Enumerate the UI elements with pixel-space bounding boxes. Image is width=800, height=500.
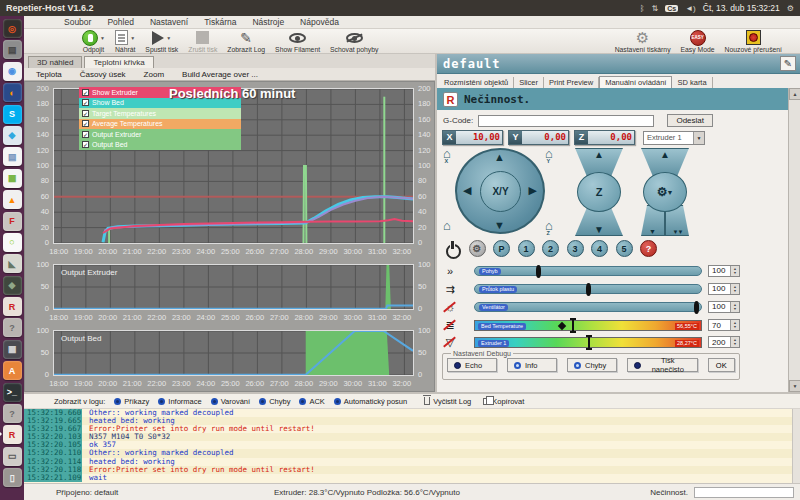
extruder-select[interactable]: Extruder 1▼ bbox=[643, 131, 705, 145]
panel-tab-print-preview[interactable]: Print Preview bbox=[544, 77, 599, 88]
checkbox-icon[interactable]: ✓ bbox=[82, 131, 89, 138]
legend-item[interactable]: ✓Target Temperatures bbox=[79, 108, 241, 119]
log-filter-chyby[interactable]: Chyby bbox=[259, 397, 290, 406]
launcher-chrome[interactable]: ◉ bbox=[3, 62, 22, 81]
bed-temp-slider[interactable]: Bed Temperature56,55°C bbox=[474, 320, 702, 331]
launcher-unknown-app-1[interactable]: ? bbox=[3, 318, 22, 337]
panel-scrollbar[interactable]: ▲ ▼ bbox=[788, 88, 800, 392]
flowrate-slider[interactable]: Průtok plastu bbox=[474, 284, 702, 294]
launcher-skype[interactable]: S bbox=[3, 105, 22, 124]
preset-1-button[interactable]: 1 bbox=[518, 240, 535, 257]
launcher-kodi[interactable]: ◆ bbox=[3, 126, 22, 145]
menu-nástroje[interactable]: Nástroje bbox=[252, 17, 284, 27]
debug-tisk-nane-isto[interactable]: Tisk nanečisto bbox=[627, 358, 698, 372]
spinner-icon[interactable]: ▲▼ bbox=[730, 337, 739, 347]
dropdown-arrow-icon[interactable]: ▼ bbox=[166, 35, 171, 41]
scroll-up-icon[interactable]: ▲ bbox=[789, 88, 800, 100]
log-action-vy-istit-log[interactable]: Vyčistit Log bbox=[424, 397, 471, 406]
motor-off-button[interactable]: ⚙ bbox=[469, 240, 486, 257]
launcher-freecad[interactable]: F bbox=[3, 212, 22, 231]
tab-teplotn-k-ivka[interactable]: Teplotní křivka bbox=[84, 56, 153, 68]
home-all-button[interactable]: ⌂ bbox=[439, 218, 455, 234]
launcher-trash[interactable]: ▯ bbox=[3, 468, 22, 487]
checkbox-icon[interactable]: ✓ bbox=[82, 89, 89, 96]
output-bed-plot[interactable] bbox=[53, 330, 414, 376]
panel-tab-slicer[interactable]: Slicer bbox=[514, 77, 544, 88]
edit-printer-button[interactable]: ✎ bbox=[780, 56, 796, 71]
chevron-down-icon[interactable]: ▼ bbox=[693, 132, 704, 144]
launcher-repetier-host[interactable]: R bbox=[3, 425, 22, 444]
chart-menu-teplota[interactable]: Teplota bbox=[36, 70, 62, 79]
fan-slider[interactable]: Ventilátor bbox=[474, 302, 702, 312]
toolbar-nouzov-p-eru-en-[interactable]: Nouzové přerušení bbox=[725, 30, 782, 53]
debug-info[interactable]: Info bbox=[507, 358, 557, 372]
toolbar-zobrazit-log[interactable]: ✎Zobrazit Log bbox=[227, 30, 265, 53]
park-button[interactable]: P bbox=[493, 240, 510, 257]
preset-5-button[interactable]: 5 bbox=[616, 240, 633, 257]
flowrate-value[interactable]: 100▲▼ bbox=[708, 283, 740, 295]
log-action-kop-rovat[interactable]: Kopírovat bbox=[483, 397, 524, 406]
checkbox-icon[interactable]: ✓ bbox=[82, 99, 89, 106]
log-filter-varov-n-[interactable]: Varování bbox=[211, 397, 250, 406]
launcher-libreoffice-writer[interactable]: ▤ bbox=[3, 147, 22, 166]
spinner-icon[interactable]: ▲▼ bbox=[730, 284, 739, 294]
launcher-vlc[interactable]: ▲ bbox=[3, 190, 22, 209]
launcher-slic3r[interactable]: ◣ bbox=[3, 254, 22, 273]
toolbar-odpojit[interactable]: ▼Odpojit bbox=[82, 30, 105, 53]
network-sync-icon[interactable]: ⇅ bbox=[652, 4, 659, 13]
keyboard-layout-indicator[interactable]: Cs bbox=[665, 5, 678, 12]
chart-menu-build-average-over-[interactable]: Build Average over ... bbox=[182, 70, 258, 79]
checkbox-icon[interactable]: ✓ bbox=[82, 141, 89, 148]
clock[interactable]: Čt, 13. dub 15:32:21 bbox=[703, 3, 780, 13]
move-x-minus-button[interactable]: ◀ bbox=[463, 184, 471, 197]
debug-ok-button[interactable]: OK bbox=[708, 358, 735, 372]
log-filter-informace[interactable]: Informace bbox=[158, 397, 201, 406]
home-y-button[interactable]: ⌂Y bbox=[541, 146, 557, 162]
legend-item[interactable]: ✓Output Bed bbox=[79, 140, 241, 151]
home-z-button[interactable]: ⌂Z bbox=[541, 218, 557, 234]
send-button[interactable]: Odeslat bbox=[667, 114, 713, 127]
feedrate-slider[interactable]: Pohyb bbox=[474, 266, 702, 276]
panel-tab-rozm-st-n-objekt-[interactable]: Rozmístění objektů bbox=[439, 77, 514, 88]
spinner-icon[interactable]: ▲▼ bbox=[730, 266, 739, 276]
menu-tiskárna[interactable]: Tiskárna bbox=[204, 17, 236, 27]
launcher-dash-home[interactable]: ◎ bbox=[3, 19, 22, 38]
dropdown-arrow-icon[interactable]: ▼ bbox=[130, 35, 135, 41]
launcher-unknown-app-2[interactable]: ? bbox=[3, 404, 22, 423]
panel-tab-sd-karta[interactable]: SD karta bbox=[672, 77, 712, 88]
checkbox-icon[interactable]: ✓ bbox=[82, 110, 89, 117]
session-gear-icon[interactable]: ⚙ bbox=[787, 4, 794, 13]
move-y-plus-button[interactable]: ▲ bbox=[494, 151, 505, 163]
gcode-input[interactable] bbox=[478, 115, 654, 127]
slider-thumb[interactable] bbox=[586, 283, 591, 296]
power-button[interactable] bbox=[444, 240, 461, 257]
debug-chyby[interactable]: Chyby bbox=[567, 358, 617, 372]
log-scrollbar[interactable] bbox=[792, 409, 800, 483]
help-button[interactable]: ? bbox=[640, 240, 657, 257]
spinner-icon[interactable]: ▲▼ bbox=[730, 302, 739, 312]
spinner-icon[interactable]: ▲▼ bbox=[730, 320, 739, 330]
debug-echo[interactable]: Echo bbox=[447, 358, 497, 372]
launcher-files[interactable]: ▤ bbox=[3, 40, 22, 59]
toolbar-show-filament[interactable]: Show Filament bbox=[275, 30, 320, 53]
legend-item[interactable]: ✓Average Temperatures bbox=[79, 119, 241, 130]
launcher-repetier-server[interactable]: R bbox=[3, 297, 22, 316]
preset-3-button[interactable]: 3 bbox=[567, 240, 584, 257]
toolbar-nastaven-tisk-rny[interactable]: ⚙Nastavení tiskárny bbox=[615, 30, 671, 53]
launcher-meshlab[interactable]: ◆ bbox=[3, 276, 22, 295]
launcher-firefox[interactable]: ◐ bbox=[3, 83, 22, 102]
menu-nápověda[interactable]: Nápověda bbox=[300, 17, 339, 27]
panel-tab-manu-ln-ovl-d-n-[interactable]: Manuální ovládání bbox=[599, 76, 672, 88]
toolbar-easy-mode[interactable]: EASYEasy Mode bbox=[681, 30, 715, 53]
bluetooth-icon[interactable]: ᛒ bbox=[640, 4, 645, 13]
feedrate-value[interactable]: 100▲▼ bbox=[708, 265, 740, 277]
dropdown-arrow-icon[interactable]: ▼ bbox=[100, 35, 105, 41]
toolbar-spustit-tisk[interactable]: ▼Spustit tisk bbox=[145, 30, 178, 53]
preset-2-button[interactable]: 2 bbox=[542, 240, 559, 257]
legend-item[interactable]: ✓Output Extruder bbox=[79, 129, 241, 140]
target-marker[interactable] bbox=[557, 321, 565, 329]
log-filter-p-kazy[interactable]: Příkazy bbox=[114, 397, 149, 406]
extruder-target-value[interactable]: 200▲▼ bbox=[708, 336, 740, 348]
tab-3d-n-hled[interactable]: 3D náhled bbox=[28, 56, 82, 68]
chart-menu-zoom[interactable]: Zoom bbox=[144, 70, 164, 79]
